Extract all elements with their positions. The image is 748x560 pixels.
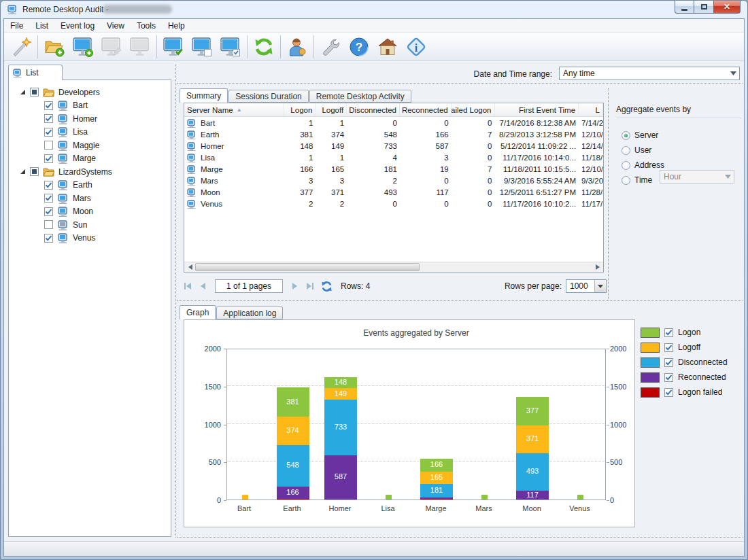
tab-remote-desktop-activity[interactable]: Remote Desktop Activity xyxy=(309,90,411,103)
aggregate-option-user[interactable]: User xyxy=(622,145,651,155)
tree-item[interactable]: Lisa xyxy=(9,126,171,139)
user-button[interactable] xyxy=(283,34,311,60)
rows-per-page-dropdown[interactable]: 1000 xyxy=(566,279,607,293)
legend-checkbox[interactable] xyxy=(664,343,673,352)
tree-item[interactable]: Marge xyxy=(9,152,171,166)
radio-button[interactable] xyxy=(622,176,630,185)
last-page-button[interactable] xyxy=(305,281,316,291)
table-row[interactable]: Bart110007/14/2016 8:12:38 AM7/14/2 xyxy=(184,117,603,128)
tree-item[interactable]: Homer xyxy=(9,112,171,126)
column-header[interactable]: Server Name▲ xyxy=(184,103,284,116)
legend-checkbox[interactable] xyxy=(664,358,673,367)
toggle-check-computers-button[interactable] xyxy=(216,34,245,60)
aggregate-option-address[interactable]: Address xyxy=(622,160,664,170)
tab-application-log[interactable]: Application log xyxy=(216,307,283,319)
column-header[interactable]: Failed Logon xyxy=(452,103,495,116)
group-checkbox[interactable] xyxy=(30,167,39,176)
tree-item[interactable]: Venus xyxy=(9,232,171,245)
menu-help[interactable]: Help xyxy=(162,20,191,32)
item-checkbox[interactable] xyxy=(44,101,53,110)
table-row[interactable]: Homer14814973358705/12/2014 11:09:22 ...… xyxy=(184,140,603,152)
menu-view[interactable]: View xyxy=(101,20,131,32)
horizontal-scrollbar[interactable] xyxy=(184,262,603,272)
scroll-left-button[interactable] xyxy=(184,262,195,272)
check-computers-button[interactable] xyxy=(159,34,188,60)
refresh-button[interactable] xyxy=(250,34,278,60)
table-row[interactable]: Moon377371493117012/5/2011 6:51:27 PM11/… xyxy=(184,186,603,198)
item-checkbox[interactable] xyxy=(44,207,53,216)
tree-item[interactable]: Bart xyxy=(9,99,171,113)
column-header[interactable]: First Event Time xyxy=(495,103,579,116)
menu-file[interactable]: File xyxy=(4,20,29,32)
tree-item[interactable]: Moon xyxy=(9,205,171,219)
minimize-button[interactable] xyxy=(675,1,694,14)
legend-checkbox[interactable] xyxy=(664,373,673,382)
column-header[interactable]: Disconnected xyxy=(347,103,400,116)
help-button[interactable]: ? xyxy=(345,34,373,60)
splitter-sidebar[interactable] xyxy=(175,64,176,538)
column-header[interactable]: Reconnected xyxy=(400,103,452,116)
menu-list[interactable]: List xyxy=(29,20,54,32)
item-checkbox[interactable] xyxy=(44,141,53,150)
tab-list[interactable]: List xyxy=(8,65,63,80)
column-header[interactable]: Logon xyxy=(284,103,316,116)
aggregate-option-time[interactable]: Time xyxy=(622,175,652,185)
item-checkbox[interactable] xyxy=(44,154,53,163)
add-computer-button[interactable] xyxy=(69,34,97,60)
item-checkbox[interactable] xyxy=(44,220,53,229)
tree-item[interactable]: Earth xyxy=(9,179,171,192)
table-row[interactable]: Venus2200011/17/2016 10:10:2...11/17/ xyxy=(184,198,603,209)
group-checkbox[interactable] xyxy=(30,88,39,97)
aggregate-option-server[interactable]: Server xyxy=(622,130,658,140)
date-range-dropdown[interactable]: Any time xyxy=(559,67,740,80)
uncheck-computers-button[interactable] xyxy=(188,34,216,60)
radio-button[interactable] xyxy=(622,161,630,170)
table-row[interactable]: Lisa1143011/17/2016 10:14:0...11/18/ xyxy=(184,152,603,163)
item-checkbox[interactable] xyxy=(44,181,53,190)
tree-group[interactable]: LizardSystems xyxy=(9,165,171,179)
tree-item[interactable]: Maggie xyxy=(9,139,171,152)
close-icon: ✕ xyxy=(724,2,730,12)
splitter-aggregate[interactable] xyxy=(608,88,609,300)
item-checkbox[interactable] xyxy=(44,194,53,203)
item-checkbox[interactable] xyxy=(44,114,53,123)
item-checkbox[interactable] xyxy=(44,128,53,137)
legend-checkbox[interactable] xyxy=(664,328,673,337)
home-button[interactable] xyxy=(373,34,402,60)
column-header[interactable]: L xyxy=(579,103,603,116)
menu-event-log[interactable]: Event log xyxy=(54,20,101,32)
table-row[interactable]: Mars332009/3/2016 5:55:24 AM9/3/20 xyxy=(184,175,603,186)
scrollbar-thumb[interactable] xyxy=(195,263,420,271)
menu-tools[interactable]: Tools xyxy=(131,20,162,32)
tree-item[interactable]: Sun xyxy=(9,218,171,232)
tree-item[interactable]: Mars xyxy=(9,192,171,205)
radio-button[interactable] xyxy=(622,146,630,155)
previous-page-button[interactable] xyxy=(199,281,207,291)
item-checkbox[interactable] xyxy=(44,234,53,243)
close-button[interactable]: ✕ xyxy=(713,1,741,14)
tab-graph[interactable]: Graph xyxy=(180,305,216,319)
page-indicator[interactable]: 1 of 1 pages xyxy=(215,279,283,293)
expand-collapse-icon[interactable] xyxy=(20,169,26,175)
first-page-button[interactable] xyxy=(182,281,193,291)
tree-group[interactable]: Developers xyxy=(9,86,171,99)
magic-wand-button[interactable] xyxy=(7,34,35,60)
rows-per-page-value: 1000 xyxy=(566,281,594,291)
about-button[interactable]: i xyxy=(402,34,430,60)
tab-sessions-duration[interactable]: Sessions Duration xyxy=(228,90,308,103)
legend-checkbox[interactable] xyxy=(664,388,673,397)
settings-wrench-button[interactable] xyxy=(316,34,345,60)
tab-summary[interactable]: Summary xyxy=(180,88,228,103)
toolbar: ?i xyxy=(4,33,744,61)
add-folder-button[interactable] xyxy=(40,34,69,60)
radio-button[interactable] xyxy=(622,131,630,140)
table-row[interactable]: Marge16616518119711/18/2011 10:15:5...12… xyxy=(184,163,603,175)
maximize-button[interactable] xyxy=(694,1,713,14)
scroll-right-button[interactable] xyxy=(592,262,603,272)
expand-collapse-icon[interactable] xyxy=(20,89,26,95)
next-page-button[interactable] xyxy=(291,281,299,291)
table-row[interactable]: Earth38137454816678/29/2013 3:12:58 PM12… xyxy=(184,128,603,140)
column-header[interactable]: Logoff xyxy=(316,103,347,116)
title-bar[interactable]: Remote Desktop Audit - ✕ xyxy=(1,1,747,18)
refresh-rows-icon[interactable] xyxy=(321,281,333,292)
